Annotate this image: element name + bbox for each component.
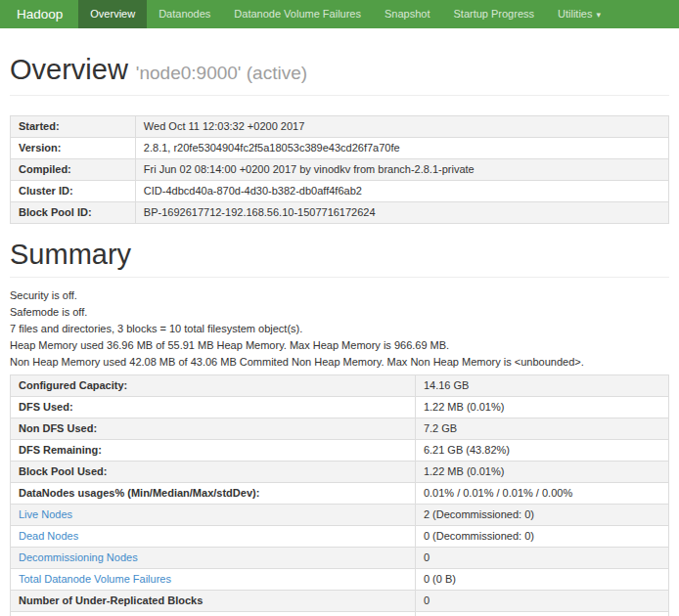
row-label: Started: xyxy=(11,116,136,138)
row-value: 0 xyxy=(415,548,668,569)
row-value: 14.16 GB xyxy=(415,375,668,397)
namenode-address-subtitle: 'node0:9000' (active) xyxy=(136,63,307,83)
summary-table: Configured Capacity: 14.16 GB DFS Used: … xyxy=(10,374,669,616)
table-row: Compiled: Fri Jun 02 08:14:00 +0200 2017… xyxy=(11,159,669,181)
tab-overview[interactable]: Overview xyxy=(78,0,147,28)
page-title-overview: Overview xyxy=(10,54,128,85)
total-datanode-volume-failures-link[interactable]: Total Datanode Volume Failures xyxy=(19,573,171,585)
dead-nodes-link[interactable]: Dead Nodes xyxy=(19,530,78,542)
row-value: Wed Oct 11 12:03:32 +0200 2017 xyxy=(135,116,668,138)
row-label: Block Pool Used: xyxy=(11,462,416,483)
table-row: Version: 2.8.1, r20fe5304904fc2f5a18053c… xyxy=(11,138,669,159)
row-value: 7.2 GB xyxy=(415,418,668,440)
overview-table: Started: Wed Oct 11 12:03:32 +0200 2017 … xyxy=(10,115,669,224)
table-row: Live Nodes 2 (Decommissioned: 0) xyxy=(11,505,669,526)
decommissioning-nodes-link[interactable]: Decommissioning Nodes xyxy=(19,551,138,563)
tab-utilities-label: Utilities xyxy=(558,8,592,20)
tab-startup-progress-label: Startup Progress xyxy=(453,8,534,20)
table-row: Number of Blocks Pending Deletion 0 xyxy=(11,612,669,616)
row-value: 2.8.1, r20fe5304904fc2f5a18053c389e43cd2… xyxy=(135,138,668,159)
row-label: DFS Remaining: xyxy=(11,440,416,462)
table-row: DFS Remaining: 6.21 GB (43.82%) xyxy=(11,440,669,462)
table-row: Block Pool ID: BP-1692617712-192.168.56.… xyxy=(11,202,669,224)
table-row: DFS Used: 1.22 MB (0.01%) xyxy=(11,397,669,418)
row-value: Fri Jun 02 08:14:00 +0200 2017 by vinodk… xyxy=(135,159,668,181)
row-value: 1.22 MB (0.01%) xyxy=(415,397,668,418)
tab-startup-progress[interactable]: Startup Progress xyxy=(441,0,546,28)
row-label: Version: xyxy=(11,138,136,159)
hadoop-namenode-page: Hadoop Overview Datanodes Datanode Volum… xyxy=(0,0,679,616)
tab-overview-label: Overview xyxy=(90,8,135,20)
row-value: 0 xyxy=(415,612,668,616)
live-nodes-link[interactable]: Live Nodes xyxy=(19,508,72,520)
table-row: Cluster ID: CID-4dbcd40a-870d-4d30-b382-… xyxy=(11,181,669,202)
table-row: Block Pool Used: 1.22 MB (0.01%) xyxy=(11,462,669,483)
row-value: 6.21 GB (43.82%) xyxy=(415,440,668,462)
tab-datanodes[interactable]: Datanodes xyxy=(147,0,222,28)
top-navbar: Hadoop Overview Datanodes Datanode Volum… xyxy=(0,0,679,28)
heap-memory-text: Heap Memory used 36.96 MB of 55.91 MB He… xyxy=(10,339,669,352)
table-row: Started: Wed Oct 11 12:03:32 +0200 2017 xyxy=(11,116,669,138)
table-row: Total Datanode Volume Failures 0 (0 B) xyxy=(11,569,669,591)
tab-datanode-volume-failures[interactable]: Datanode Volume Failures xyxy=(222,0,373,28)
security-status-text: Security is off. xyxy=(10,289,669,302)
summary-notes: Security is off. Safemode is off. 7 file… xyxy=(10,289,669,369)
row-label: Compiled: xyxy=(11,159,136,181)
row-label: Non DFS Used: xyxy=(11,418,416,440)
row-value: 0 (Decommissioned: 0) xyxy=(415,526,668,548)
tab-utilities-dropdown[interactable]: Utilities▾ xyxy=(546,0,612,28)
row-value: 0.01% / 0.01% / 0.01% / 0.00% xyxy=(415,483,668,505)
tab-snapshot-label: Snapshot xyxy=(385,8,430,20)
tab-datanodes-label: Datanodes xyxy=(158,8,210,20)
row-label: DataNodes usages% (Min/Median/Max/stdDev… xyxy=(11,483,416,505)
row-value: 0 (0 B) xyxy=(415,569,668,591)
table-row: Non DFS Used: 7.2 GB xyxy=(11,418,669,440)
non-heap-memory-text: Non Heap Memory used 42.08 MB of 43.06 M… xyxy=(10,356,669,369)
row-label: DFS Used: xyxy=(11,397,416,418)
safemode-status-text: Safemode is off. xyxy=(10,306,669,319)
tab-datanode-volume-failures-label: Datanode Volume Failures xyxy=(234,8,361,20)
table-row: DataNodes usages% (Min/Median/Max/stdDev… xyxy=(11,483,669,505)
row-label: Block Pool ID: xyxy=(11,202,136,224)
row-label: Number of Blocks Pending Deletion xyxy=(11,612,416,616)
table-row: Number of Under-Replicated Blocks 0 xyxy=(11,591,669,612)
hadoop-brand: Hadoop xyxy=(0,0,78,28)
caret-down-icon: ▾ xyxy=(596,10,601,20)
row-label: Configured Capacity: xyxy=(11,375,416,397)
row-label: Number of Under-Replicated Blocks xyxy=(11,591,416,612)
filesystem-objects-text: 7 files and directories, 3 blocks = 10 t… xyxy=(10,323,669,335)
row-label: Cluster ID: xyxy=(11,181,136,202)
row-value: BP-1692617712-192.168.56.10-150771617262… xyxy=(135,202,668,224)
table-row: Decommissioning Nodes 0 xyxy=(11,548,669,569)
row-value: 2 (Decommissioned: 0) xyxy=(415,505,668,526)
summary-header: Summary xyxy=(10,239,669,278)
row-value: 1.22 MB (0.01%) xyxy=(415,462,668,483)
tab-snapshot[interactable]: Snapshot xyxy=(373,0,441,28)
table-row: Configured Capacity: 14.16 GB xyxy=(11,375,669,397)
table-row: Dead Nodes 0 (Decommissioned: 0) xyxy=(11,526,669,548)
row-value: CID-4dbcd40a-870d-4d30-b382-db0aff4f6ab2 xyxy=(135,181,668,202)
overview-header: Overview'node0:9000' (active) xyxy=(10,54,669,96)
row-value: 0 xyxy=(415,591,668,612)
page-title-summary: Summary xyxy=(10,239,131,270)
